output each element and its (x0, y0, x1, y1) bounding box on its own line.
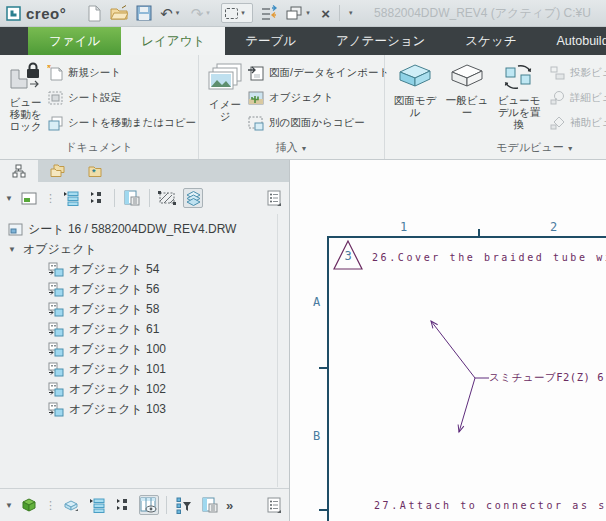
toolbar-handle-dots: ⋮ (45, 499, 55, 512)
tree-row-object[interactable]: オブジェクト 56 (0, 279, 289, 299)
move-copy-sheet-button[interactable]: シートを移動またはコピー (47, 113, 196, 132)
expand-all-button[interactable] (61, 188, 81, 208)
tree-row-object[interactable]: オブジェクト 102 (0, 379, 289, 399)
overflow-chevrons[interactable]: » (226, 498, 233, 513)
redo-button[interactable]: ↷ (191, 6, 204, 21)
settings-document-icon (267, 497, 282, 514)
auxiliary-view-icon (549, 115, 566, 131)
tab-annotation[interactable]: アノテーション (316, 27, 445, 55)
drawing-models-icon (394, 62, 436, 92)
new-file-button[interactable] (85, 4, 103, 22)
table-eye-icon (140, 497, 158, 514)
tree-row-objects-root[interactable]: ▼ オブジェクト (0, 239, 289, 259)
tree-row-object[interactable]: オブジェクト 54 (0, 259, 289, 279)
tab-autobuildz[interactable]: AutobuildZ (536, 27, 606, 55)
replace-view-model-button[interactable]: ビューモデルを置換 (495, 60, 543, 130)
tree-row-object[interactable]: オブジェクト 61 (0, 319, 289, 339)
green-cube-icon (21, 497, 37, 513)
show-settings-button[interactable] (19, 188, 39, 208)
objects-expander-icon[interactable]: ▼ (8, 245, 18, 254)
tree-filter-button[interactable] (174, 495, 194, 515)
simplified-rep-button[interactable] (61, 495, 81, 515)
tab-layout[interactable]: レイアウト (121, 27, 225, 55)
selection-filter-dropdown[interactable]: ▾ (241, 9, 249, 17)
new-sheet-button[interactable]: * 新規シート (47, 63, 196, 82)
tree-bottom-toolbar: ▼ ⋮ » (0, 488, 289, 521)
tree-object-label: オブジェクト 56 (69, 281, 159, 298)
panel-sash[interactable] (277, 214, 278, 487)
tree-options-button-bottom[interactable] (264, 495, 284, 515)
tab-table[interactable]: テーブル (225, 27, 316, 55)
image-button[interactable]: イメージ (205, 60, 245, 122)
tree-objects-label: オブジェクト (23, 241, 97, 258)
projection-view-label: 投影ビュー (570, 66, 606, 80)
open-button[interactable] (110, 4, 128, 22)
windows-button[interactable] (285, 4, 303, 22)
import-drawing-data-button[interactable]: 図面/データをインポート (247, 63, 389, 82)
ribbon-group-document: ビュー移動をロック * 新規シート シート設定 シートを移動またはコピー ドキュ… (0, 55, 198, 159)
tree-columns-button-bottom[interactable] (200, 495, 220, 515)
selection-filter-icon (225, 8, 238, 19)
projection-view-button[interactable]: 投影ビュー (549, 63, 606, 82)
collapse-all-button[interactable] (87, 188, 107, 208)
detail-view-label: 詳細ビュー (570, 91, 606, 105)
tree-toolbar-dropdown[interactable]: ▼ (5, 194, 13, 203)
copy-from-other-drawing-button[interactable]: 別の図面からコピー (247, 113, 389, 132)
tree-row-object[interactable]: オブジェクト 58 (0, 299, 289, 319)
sheet-setup-button[interactable]: シート設定 (47, 88, 196, 107)
svg-text:*: * (47, 65, 51, 74)
ribbon: ビュー移動をロック * 新規シート シート設定 シートを移動またはコピー ドキュ… (0, 55, 606, 160)
bottom-toolbar-dropdown[interactable]: ▼ (5, 501, 13, 510)
close-window-button[interactable]: × (321, 6, 330, 21)
regenerate-button[interactable] (260, 4, 278, 22)
drawing-canvas[interactable]: 1 2 A B 3 26.Cover the braided tube with… (290, 160, 606, 521)
group-label-insert: 挿入 ▼ (199, 140, 384, 155)
toolbar-separator (149, 189, 150, 207)
tree-row-object[interactable]: オブジェクト 103 (0, 399, 289, 419)
drawing-models-button[interactable]: 図面モデル (391, 60, 439, 130)
redo-dropdown[interactable]: ▾ (206, 9, 214, 17)
collapse-all-button-bottom[interactable] (113, 495, 133, 515)
solid-display-button[interactable] (19, 495, 39, 515)
tree-row-sheet[interactable]: シート 16 / 5882004DDW_REV4.DRW (0, 219, 289, 239)
object-view-icon (48, 382, 64, 397)
tab-file[interactable]: ファイル (28, 27, 121, 55)
selection-filter-combo[interactable]: ▾ (221, 3, 253, 23)
new-sheet-label: 新規シート (68, 66, 121, 80)
sheet-setup-icon (47, 90, 64, 106)
detail-view-button[interactable]: 詳細ビュー (549, 88, 606, 107)
tree-row-object[interactable]: オブジェクト 101 (0, 359, 289, 379)
undo-dropdown[interactable]: ▾ (176, 9, 184, 17)
sheet-icon (8, 222, 23, 236)
insert-object-button[interactable]: オブジェクト (247, 88, 389, 107)
app-logo-text: creo° (26, 5, 66, 22)
drawing-note-27: 27.Attach to connector as sho (374, 500, 606, 511)
lock-view-movement-button[interactable]: ビュー移動をロック (6, 60, 45, 132)
tab-model-tree[interactable] (0, 160, 38, 182)
tree-options-button[interactable] (264, 188, 284, 208)
tray-icon (63, 499, 79, 512)
windows-dropdown[interactable]: ▾ (306, 9, 314, 17)
save-button[interactable] (135, 4, 153, 22)
object-view-icon (48, 262, 64, 277)
general-view-button[interactable]: 一般ビュー (443, 60, 491, 130)
layers-button[interactable] (183, 188, 203, 208)
expand-all-icon (89, 497, 105, 513)
copy-from-drawing-icon (247, 115, 265, 131)
tab-favorites[interactable]: * (76, 160, 114, 182)
tree-display-button[interactable] (139, 495, 159, 515)
auxiliary-view-label: 補助ビュー (570, 116, 606, 130)
tree-columns-button[interactable] (122, 188, 142, 208)
expand-all-button-bottom[interactable] (87, 495, 107, 515)
tree-row-object[interactable]: オブジェクト 100 (0, 339, 289, 359)
settings-document-icon (267, 190, 282, 207)
tab-folder-browser[interactable] (38, 160, 76, 182)
drawing-boundary-button[interactable] (157, 188, 177, 208)
ribbon-tab-bar: ファイル レイアウト テーブル アノテーション スケッチ AutobuildZ … (0, 27, 606, 55)
auxiliary-view-button[interactable]: 補助ビュー (549, 113, 606, 132)
save-icon (136, 5, 152, 21)
tab-sketch[interactable]: スケッチ (445, 27, 536, 55)
undo-button[interactable]: ↶ (160, 6, 173, 21)
customize-toolbar-dropdown[interactable]: ▾ (349, 9, 357, 17)
collapse-all-icon (116, 497, 130, 513)
